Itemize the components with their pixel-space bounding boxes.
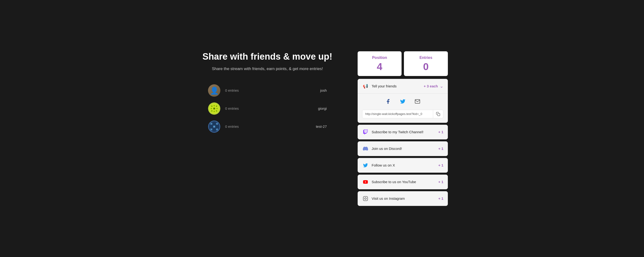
share-url-row: http://single-wait.kickoffpages.test?kid…: [362, 110, 443, 118]
svg-rect-19: [210, 128, 212, 130]
page-title: Share with friends & move up!: [202, 51, 332, 62]
svg-point-6: [213, 108, 215, 110]
username-giorgi: giorgi: [318, 106, 327, 110]
table-row: 0 entries test-27: [208, 118, 327, 136]
instagram-icon: [362, 195, 369, 202]
entries-card: Entries 0: [404, 51, 448, 76]
instagram-action-label: Visit us on Instagram: [372, 196, 438, 200]
twitter-action-points: + 1: [438, 163, 443, 167]
chevron-down-icon: ⌄: [440, 84, 443, 89]
entries-josh: 0 entries: [225, 88, 315, 92]
youtube-action-points: + 1: [438, 180, 443, 184]
tell-friends-label: Tell your friends: [372, 84, 424, 88]
username-josh: josh: [320, 88, 327, 92]
svg-rect-13: [210, 123, 212, 125]
entries-label: Entries: [408, 56, 444, 60]
youtube-action-card[interactable]: Subscribe to us on YouTube + 1: [358, 174, 448, 189]
page-container: Share with friends & move up! Share the …: [192, 42, 452, 216]
leaderboard: 0 entries josh: [208, 82, 327, 136]
discord-action-card[interactable]: Join us on Discord! + 1: [358, 141, 448, 156]
entries-giorgi: 0 entries: [225, 106, 313, 110]
twitch-action-label: Subscribe to my Twitch Channel!: [372, 130, 438, 134]
discord-action-label: Join us on Discord!: [372, 146, 438, 150]
svg-rect-14: [213, 123, 215, 125]
twitch-icon: [362, 129, 369, 136]
svg-rect-17: [213, 126, 215, 128]
svg-point-3: [214, 105, 215, 106]
svg-point-10: [216, 110, 217, 112]
svg-point-4: [216, 106, 217, 107]
stats-row: Position 4 Entries 0: [358, 51, 448, 76]
facebook-share-button[interactable]: [383, 96, 393, 106]
twitter-action-label: Follow us on X: [372, 163, 438, 167]
avatar-giorgi: [208, 102, 220, 115]
svg-point-7: [216, 108, 218, 109]
svg-rect-18: [216, 126, 218, 128]
avatar-josh: [208, 84, 220, 97]
tell-friends-header[interactable]: 📢 Tell your friends + 3 each ⌄: [358, 79, 448, 93]
right-section: Position 4 Entries 0 📢 Tell your friends…: [358, 51, 448, 206]
twitch-action-points: + 1: [438, 130, 443, 134]
position-card: Position 4: [358, 51, 402, 76]
youtube-action-label: Subscribe to us on YouTube: [372, 180, 438, 184]
social-share-row: [362, 96, 443, 106]
tell-friends-points: + 3 each: [424, 84, 438, 88]
svg-rect-24: [363, 196, 368, 200]
instagram-action-points: + 1: [438, 196, 443, 200]
discord-action-points: + 1: [438, 146, 443, 150]
tell-friends-body: http://single-wait.kickoffpages.test?kid…: [358, 93, 448, 122]
tell-friends-card: 📢 Tell your friends + 3 each ⌄: [358, 79, 448, 123]
svg-point-2: [211, 106, 212, 107]
youtube-icon: [362, 178, 369, 185]
copy-url-button[interactable]: [433, 110, 443, 118]
username-test27: test-27: [316, 124, 327, 128]
svg-point-5: [211, 108, 212, 109]
entries-test27: 0 entries: [225, 124, 311, 128]
twitch-action-card[interactable]: Subscribe to my Twitch Channel! + 1: [358, 125, 448, 140]
twitter-share-button[interactable]: [398, 96, 408, 106]
email-share-button[interactable]: [412, 96, 422, 106]
entries-value: 0: [408, 62, 444, 72]
twitter-x-icon: [362, 162, 369, 169]
instagram-action-card[interactable]: Visit us on Instagram + 1: [358, 191, 448, 206]
position-label: Position: [362, 56, 398, 60]
svg-rect-20: [213, 128, 215, 130]
left-section: Share with friends & move up! Share the …: [196, 51, 338, 136]
page-subtitle: Share the stream with friends, earn poin…: [212, 66, 323, 72]
svg-point-8: [211, 110, 212, 112]
megaphone-icon: 📢: [362, 83, 369, 90]
avatar-test27: [208, 120, 220, 133]
discord-icon: [362, 145, 369, 152]
twitter-action-card[interactable]: Follow us on X + 1: [358, 158, 448, 173]
share-url-text: http://single-wait.kickoffpages.test?kid…: [362, 110, 433, 118]
table-row: 0 entries giorgi: [208, 100, 327, 118]
table-row: 0 entries josh: [208, 82, 327, 100]
svg-rect-16: [210, 126, 212, 128]
svg-rect-21: [216, 128, 218, 130]
svg-point-9: [214, 111, 215, 112]
svg-rect-22: [438, 113, 440, 116]
svg-rect-15: [216, 123, 218, 125]
position-value: 4: [362, 62, 398, 72]
